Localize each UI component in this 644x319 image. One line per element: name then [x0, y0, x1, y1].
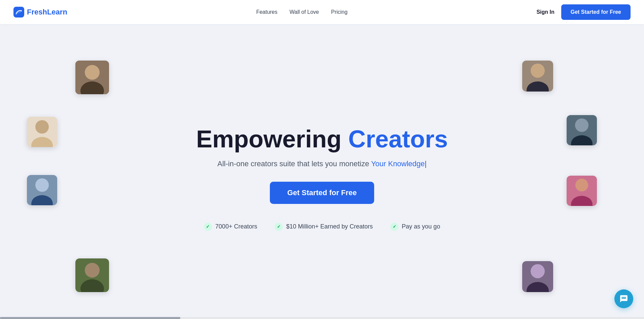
stat-creators: ✓ 7000+ Creators [204, 223, 257, 231]
avatar-bot-left [27, 175, 57, 205]
svg-point-2 [85, 65, 100, 80]
sign-in-button[interactable]: Sign In [536, 9, 554, 15]
svg-point-23 [531, 264, 545, 278]
nav-pricing[interactable]: Pricing [331, 9, 348, 15]
svg-point-11 [85, 263, 100, 278]
hero-section: Empowering Creators All-in-one creators … [0, 24, 644, 319]
get-started-hero-button[interactable]: Get Started for Free [270, 182, 374, 204]
hero-subtitle-highlight: Your Knowledge [371, 160, 425, 168]
avatar-bot-right [567, 176, 597, 206]
stat-earned: ✓ $10 Million+ Earned by Creators [275, 223, 373, 231]
hero-subtitle: All-in-one creators suite that lets you … [217, 160, 427, 168]
check-icon-pay: ✓ [390, 223, 398, 231]
check-icon-earned: ✓ [275, 223, 283, 231]
avatar-botbot-right [522, 261, 553, 292]
nav-features[interactable]: Features [256, 9, 277, 15]
chat-bubble-button[interactable] [614, 289, 633, 308]
check-icon-creators: ✓ [204, 223, 212, 231]
svg-point-14 [531, 64, 545, 78]
avatar-botbot-left [75, 258, 109, 292]
svg-point-8 [35, 178, 49, 192]
logo-icon [13, 7, 24, 17]
logo[interactable]: FreshLearn [13, 7, 67, 17]
hero-title: Empowering Creators [196, 126, 448, 152]
avatar-top-right [522, 61, 553, 92]
stats-row: ✓ 7000+ Creators ✓ $10 Million+ Earned b… [204, 223, 440, 231]
svg-rect-0 [13, 7, 24, 17]
navbar: FreshLearn Features Wall of Love Pricing… [0, 0, 644, 24]
scrollbar-thumb [0, 317, 180, 319]
nav-links: Features Wall of Love Pricing [256, 9, 348, 15]
avatar-mid-left [27, 117, 57, 147]
logo-text: FreshLearn [27, 8, 67, 16]
svg-point-17 [575, 118, 588, 132]
nav-wall-of-love[interactable]: Wall of Love [290, 9, 319, 15]
get-started-nav-button[interactable]: Get Started for Free [561, 4, 631, 20]
avatar-mid-right [567, 115, 597, 145]
avatar-top-left [75, 61, 109, 94]
svg-point-20 [575, 179, 588, 191]
svg-point-5 [35, 120, 49, 134]
scrollbar[interactable] [0, 317, 644, 319]
stat-payasyougo: ✓ Pay as you go [390, 223, 440, 231]
chat-icon [619, 294, 628, 303]
nav-right: Sign In Get Started for Free [536, 4, 631, 20]
hero-title-highlight: Creators [348, 126, 448, 152]
